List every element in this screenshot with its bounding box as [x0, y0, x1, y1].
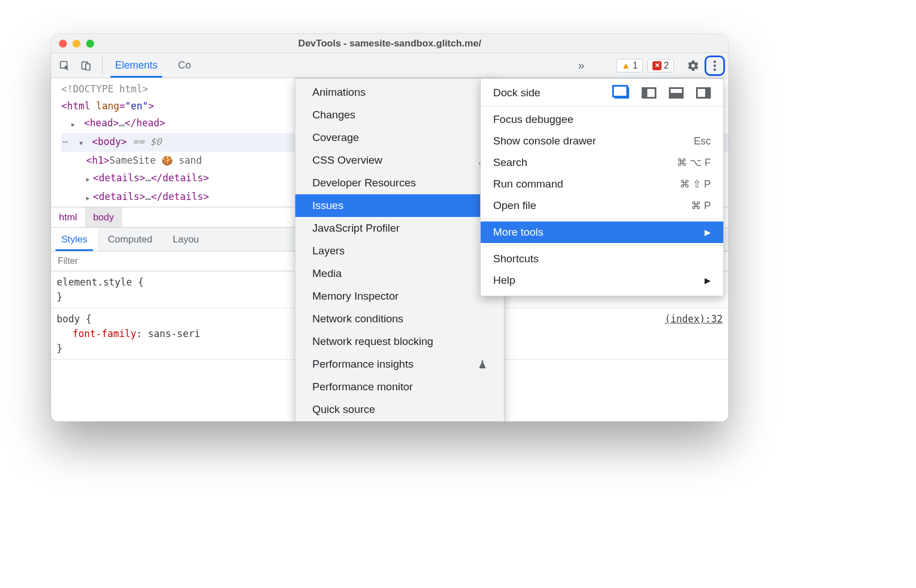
submenu-item[interactable]: Quick source [295, 398, 504, 421]
menu-label: Open file [493, 199, 536, 212]
submenu-label: CSS Overview [312, 154, 383, 167]
menu-label: Shortcuts [493, 253, 538, 265]
menu-item[interactable]: Help▶ [481, 270, 723, 291]
device-toolbar-icon[interactable] [76, 56, 96, 76]
warning-count: 1 [633, 61, 638, 71]
dock-side-row: Dock side [481, 83, 723, 104]
menu-item[interactable]: Show console drawerEsc [481, 130, 723, 152]
submenu-item[interactable]: Performance insights [295, 353, 504, 376]
window-controls [51, 40, 94, 48]
more-tabs-icon[interactable]: » [572, 59, 590, 72]
warning-icon: ▲ [621, 61, 630, 71]
menu-label: Run command [493, 178, 563, 190]
dock-left-icon[interactable] [642, 87, 656, 99]
submenu-label: Developer Resources [312, 177, 416, 189]
close-window-button[interactable] [59, 40, 67, 48]
menu-label: More tools [493, 226, 544, 238]
submenu-label: Performance insights [312, 358, 413, 370]
menu-label: Help [493, 274, 515, 287]
menu-item[interactable]: Run command⌘ ⇧ P [481, 173, 723, 195]
panel-tabs: Elements Co [105, 53, 201, 78]
subtab-computed[interactable]: Computed [97, 228, 162, 251]
submenu-item[interactable]: Layers [295, 240, 504, 262]
submenu-item[interactable]: Media [295, 262, 504, 285]
submenu-item[interactable]: JavaScript Profiler [295, 217, 504, 240]
kebab-menu-icon[interactable] [705, 56, 725, 76]
svg-point-5 [714, 68, 716, 70]
settings-gear-icon[interactable] [683, 56, 703, 76]
errors-badge[interactable]: ✕ 2 [647, 59, 674, 73]
menu-shortcut: ⌘ P [691, 199, 711, 212]
main-toolbar: Elements Co » ▲ 1 ✕ 2 [51, 53, 728, 78]
doctype-node[interactable]: <!DOCTYPE html> [61, 83, 149, 95]
menu-item[interactable]: Search⌘ ⌥ F [481, 152, 723, 173]
collapse-icon[interactable] [79, 133, 86, 152]
main-menu: Dock side Focus debuggeeShow console dra… [480, 78, 724, 296]
warnings-badge[interactable]: ▲ 1 [616, 59, 643, 73]
submenu-item[interactable]: Developer Resources [295, 172, 504, 194]
menu-shortcut: ⌘ ⌥ F [677, 156, 711, 169]
submenu-arrow-icon: ▶ [705, 276, 711, 285]
dock-bottom-icon[interactable] [669, 87, 684, 99]
ellipsis-icon: ⋯ [62, 133, 69, 150]
inspect-element-icon[interactable] [54, 56, 75, 76]
menu-item[interactable]: Open file⌘ P [481, 195, 723, 216]
tab-console-truncated[interactable]: Co [168, 53, 201, 78]
menu-label: Search [493, 156, 527, 169]
menu-shortcut: Esc [694, 135, 711, 147]
menu-label: Focus debuggee [493, 113, 574, 126]
maximize-window-button[interactable] [86, 40, 94, 48]
submenu-item[interactable]: Changes [295, 104, 504, 126]
submenu-label: Quick source [312, 403, 375, 416]
svg-rect-2 [86, 63, 90, 70]
expand-icon[interactable] [86, 169, 93, 188]
crumb-body[interactable]: body [85, 207, 122, 227]
titlebar: DevTools - samesite-sandbox.glitch.me/ [51, 34, 728, 53]
submenu-label: Media [312, 267, 342, 280]
error-count: 2 [664, 61, 669, 71]
submenu-label: Network conditions [312, 313, 404, 325]
subtab-layout[interactable]: Layou [163, 228, 209, 251]
minimize-window-button[interactable] [73, 40, 80, 48]
expand-icon[interactable] [71, 114, 78, 133]
submenu-label: Animations [312, 86, 366, 99]
submenu-item[interactable]: Issues [295, 194, 504, 217]
submenu-label: Layers [312, 245, 345, 257]
submenu-item[interactable]: CSS Overview [295, 149, 504, 172]
dock-side-label: Dock side [493, 87, 540, 99]
svg-point-3 [714, 60, 716, 62]
menu-item[interactable]: Shortcuts [481, 248, 723, 270]
source-link[interactable]: (index):32 [665, 312, 723, 326]
submenu-item[interactable]: Network request blocking [295, 330, 504, 353]
menu-shortcut: ⌘ ⇧ P [680, 178, 711, 190]
svg-point-4 [714, 64, 716, 66]
window-title: DevTools - samesite-sandbox.glitch.me/ [51, 38, 728, 49]
submenu-item[interactable]: Coverage [295, 126, 504, 149]
menu-item[interactable]: Focus debuggee [481, 109, 723, 130]
expand-icon[interactable] [86, 188, 93, 207]
tab-elements[interactable]: Elements [105, 53, 168, 78]
submenu-label: Network request blocking [312, 335, 433, 348]
menu-label: Show console drawer [493, 135, 596, 147]
submenu-label: Performance monitor [312, 381, 413, 393]
devtools-window: DevTools - samesite-sandbox.glitch.me/ E… [51, 34, 728, 421]
more-tools-submenu: AnimationsChangesCoverageCSS OverviewDev… [295, 78, 504, 421]
subtab-styles[interactable]: Styles [51, 228, 97, 251]
crumb-html[interactable]: html [51, 207, 85, 227]
dock-right-icon[interactable] [696, 87, 711, 99]
submenu-arrow-icon: ▶ [705, 228, 711, 237]
submenu-label: Issues [312, 199, 343, 212]
menu-more-tools[interactable]: More tools ▶ [481, 221, 723, 243]
flask-icon [478, 360, 487, 369]
cookie-emoji: 🍪 [162, 155, 173, 166]
submenu-label: JavaScript Profiler [312, 222, 400, 235]
submenu-label: Changes [312, 109, 355, 121]
submenu-label: Memory Inspector [312, 290, 398, 302]
submenu-item[interactable]: Performance monitor [295, 376, 504, 398]
submenu-item[interactable]: Memory Inspector [295, 285, 504, 308]
submenu-item[interactable]: Animations [295, 81, 504, 104]
dock-undock-icon[interactable] [614, 87, 629, 99]
error-icon: ✕ [652, 61, 661, 70]
submenu-item[interactable]: Network conditions [295, 308, 504, 330]
submenu-label: Coverage [312, 131, 359, 144]
